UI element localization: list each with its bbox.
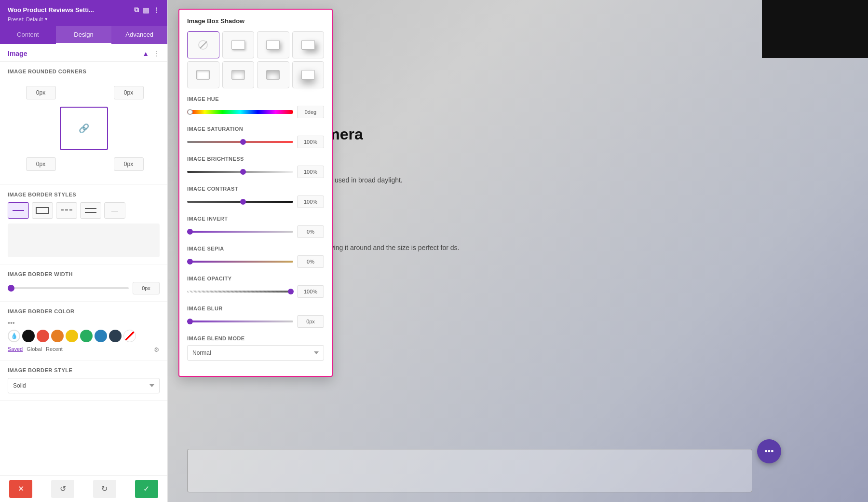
saturation-slider[interactable] — [187, 141, 293, 143]
contrast-thumb[interactable] — [240, 199, 246, 205]
color-more-dots[interactable]: ••• — [8, 319, 15, 327]
opacity-value[interactable]: 100% — [297, 285, 324, 298]
hue-thumb[interactable] — [187, 109, 193, 115]
contrast-value[interactable]: 100% — [297, 195, 324, 208]
sepia-thumb[interactable] — [187, 259, 193, 265]
invert-label: Image Invert — [187, 216, 324, 222]
shadow-box-7 — [301, 70, 315, 80]
blend-mode-select[interactable]: Normal Multiply Screen Overlay Darken Li… — [187, 345, 324, 361]
saturation-label: Image Saturation — [187, 126, 324, 132]
copy-icon[interactable]: ⧉ — [134, 6, 139, 14]
border-style-solid[interactable] — [8, 202, 29, 219]
saturation-fill — [187, 141, 240, 143]
blur-label: Image Blur — [187, 306, 324, 311]
swatch-green[interactable] — [80, 330, 93, 342]
border-style-dashed[interactable] — [56, 202, 77, 219]
sepia-slider[interactable] — [187, 261, 293, 263]
brightness-group: Image Brightness 100% — [187, 156, 324, 178]
blur-value[interactable]: 0px — [297, 315, 324, 328]
panel-header: Woo Product Reviews Setti... ⧉ ▤ ⋮ Prese… — [0, 0, 167, 26]
tab-design[interactable]: Design — [56, 26, 112, 44]
corner-bottom-left[interactable] — [26, 157, 56, 171]
section-more-icon[interactable]: ⋮ — [153, 50, 160, 57]
saturation-group: Image Saturation 100% — [187, 126, 324, 148]
invert-thumb[interactable] — [187, 229, 193, 235]
color-settings-icon[interactable]: ⚙ — [154, 346, 160, 353]
preset-label[interactable]: Preset: Default ▾ — [8, 16, 160, 22]
border-style-double[interactable] — [80, 202, 101, 219]
contrast-slider-row: 100% — [187, 195, 324, 208]
corner-top-right[interactable] — [114, 86, 144, 99]
blur-group: Image Blur 0px — [187, 306, 324, 328]
shadow-opt-none[interactable] — [187, 31, 219, 58]
shadow-opt-6[interactable] — [257, 61, 289, 88]
saturation-value[interactable]: 100% — [297, 136, 324, 148]
border-width-value[interactable]: 0px — [133, 282, 160, 294]
brightness-thumb[interactable] — [240, 169, 246, 175]
blend-mode-label: Image Blend Mode — [187, 335, 324, 341]
blur-slider-row: 0px — [187, 315, 324, 328]
opacity-gradient — [187, 291, 293, 293]
popup-overlay: Image Box Shadow Image Hue — [178, 9, 333, 377]
shadow-box-6 — [266, 70, 280, 80]
blur-slider[interactable] — [187, 321, 293, 322]
corner-bottom-right[interactable] — [114, 157, 144, 171]
hue-slider[interactable] — [187, 110, 293, 114]
opacity-slider[interactable] — [187, 291, 293, 293]
cancel-button[interactable]: ✕ — [9, 480, 32, 498]
shadow-box-5 — [231, 70, 245, 80]
shadow-opt-3[interactable] — [292, 31, 325, 58]
swatch-black[interactable] — [22, 330, 35, 342]
border-style-group: Image Border Style Solid Dashed Dotted D… — [0, 361, 167, 401]
border-style-select[interactable]: Solid Dashed Dotted Double None — [8, 378, 160, 393]
more-icon[interactable]: ⋮ — [153, 6, 160, 14]
shadow-none-icon — [198, 40, 208, 50]
invert-group: Image Invert 0% — [187, 216, 324, 238]
shadow-box-4 — [196, 70, 210, 80]
collapse-icon[interactable]: ▲ — [142, 50, 149, 57]
border-width-slider[interactable] — [8, 287, 129, 289]
invert-slider[interactable] — [187, 231, 293, 233]
saturation-slider-row: 100% — [187, 136, 324, 148]
swatch-darkblue[interactable] — [109, 330, 122, 342]
tab-advanced[interactable]: Advanced — [111, 26, 167, 44]
brightness-value[interactable]: 100% — [297, 166, 324, 178]
tab-content[interactable]: Content — [0, 26, 56, 44]
undo-button[interactable]: ↺ — [51, 480, 74, 498]
layout-icon[interactable]: ▤ — [143, 6, 149, 14]
brightness-slider[interactable] — [187, 171, 293, 173]
swatch-clear[interactable] — [123, 330, 136, 342]
swatch-orange[interactable] — [51, 330, 64, 342]
opacity-thumb[interactable] — [288, 289, 294, 294]
blur-thumb[interactable] — [187, 319, 193, 324]
border-style-none[interactable] — [104, 202, 125, 219]
border-preview — [8, 223, 160, 257]
swatch-yellow[interactable] — [66, 330, 78, 342]
color-tab-global[interactable]: Global — [27, 346, 42, 353]
corner-box: 🔗 — [60, 107, 108, 150]
contrast-slider[interactable] — [187, 201, 293, 203]
brightness-label: Image Brightness — [187, 156, 324, 162]
color-tab-recent[interactable]: Recent — [46, 346, 63, 353]
shadow-opt-7[interactable] — [292, 61, 325, 88]
hue-value[interactable]: 0deg — [297, 106, 324, 118]
shadow-opt-5[interactable] — [222, 61, 255, 88]
swatch-blue[interactable] — [95, 330, 107, 342]
corner-top-left[interactable] — [26, 86, 56, 99]
panel-toolbar: ✕ ↺ ↻ ✓ — [0, 475, 167, 502]
shadow-opt-4[interactable] — [187, 61, 219, 88]
color-tab-saved[interactable]: Saved — [8, 346, 23, 353]
saturation-thumb[interactable] — [240, 139, 246, 145]
border-style-outer[interactable] — [32, 202, 53, 219]
eyedropper-swatch[interactable]: 💧 — [8, 330, 20, 342]
swatch-red[interactable] — [37, 330, 49, 342]
shadow-opt-1[interactable] — [222, 31, 255, 58]
redo-button[interactable]: ↻ — [93, 480, 116, 498]
fab-button[interactable]: ••• — [757, 439, 781, 463]
invert-value[interactable]: 0% — [297, 225, 324, 238]
shadow-opt-2[interactable] — [257, 31, 289, 58]
sepia-value[interactable]: 0% — [297, 255, 324, 268]
comment-box[interactable] — [187, 449, 752, 492]
save-button[interactable]: ✓ — [135, 480, 158, 498]
border-width-thumb[interactable] — [8, 285, 14, 292]
